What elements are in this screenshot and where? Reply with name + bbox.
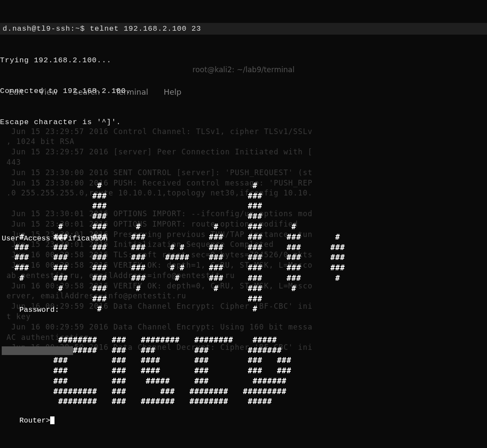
connect-line-3: Escape character is '^]'. [0, 117, 487, 128]
login-area[interactable]: User Access Verification Password: Route… [0, 213, 487, 448]
password-label: Password: [19, 306, 59, 314]
user-access-verification: User Access Verification [2, 234, 485, 244]
connect-line-1: Trying 192.168.2.100... [0, 55, 487, 66]
password-censored [2, 346, 73, 355]
cursor-icon[interactable] [50, 416, 54, 424]
router-prompt: Router> [19, 416, 50, 425]
connect-line-2: Connected to 192.168.2.100. [0, 86, 487, 96]
shell-prompt-line: d.nash@tl9-ssh:~$ telnet 192.168.2.100 2… [0, 23, 487, 35]
